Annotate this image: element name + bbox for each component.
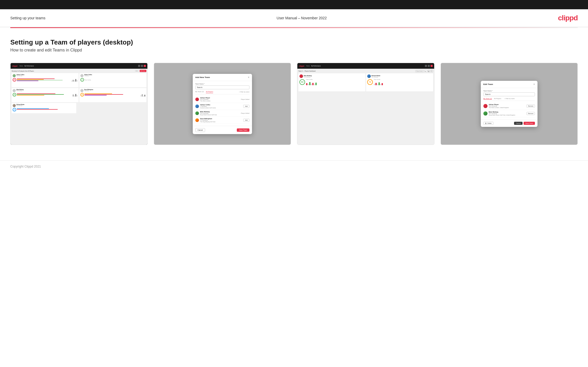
ss4-close-icon[interactable]: × (533, 83, 535, 86)
ss2-team-name-label: Team Name * (195, 83, 249, 85)
ss3-nav-home: Home (306, 65, 310, 67)
ss2-p-club-4: 5.5 HandicapThe Dog Maying Golf Club (200, 119, 243, 123)
ss2-add-btn-4[interactable]: Add (243, 119, 249, 122)
edit-team-modal: Edit Team × Team Name * Team A My Team (… (481, 81, 537, 127)
ss3-nav: Home My Performance (306, 65, 321, 67)
ss2-player-item-3: Blair McHarg Plus HandicapRoyal North De… (195, 110, 249, 117)
ss2-player-item-2: Adrian Coliba 1 HandicapCentral London G… (195, 103, 249, 110)
ss4-modal-title: Edit Team (483, 83, 493, 85)
ss1-player-card-1: Adrian Collins Plus Handicap 84 (12, 73, 79, 87)
card-1: clippd Home My Performance Showing 6 of … (10, 63, 148, 145)
header: Setting up your teams User Manual – Nove… (0, 9, 588, 27)
header-left-text: Setting up your teams (10, 16, 45, 20)
page-title: Setting up a Team of players (desktop) (10, 38, 578, 46)
footer-copyright: Copyright Clippd 2021 (10, 165, 41, 168)
ss1-player-card-2: Adrian Collins 1 Handicap 0 Player Quali… (79, 73, 146, 87)
card-3-screenshot: clippd Home My Performance Team A — Play… (297, 63, 434, 145)
card-2-text: 2) Type the name of this Team and then s… (154, 145, 291, 145)
ss3-grid-icon[interactable]: ⊞ (427, 70, 430, 72)
header-center-text: User Manual – November 2022 (277, 16, 327, 20)
ss1-nav: Home My Performance (20, 65, 34, 67)
ss2-cancel-button[interactable]: Cancel (195, 128, 205, 132)
ss2-avatar-3 (195, 111, 199, 115)
ss1-player-card-3: Blair McHarg Plus Handicap 94 (12, 88, 79, 102)
ss4-avatar-2 (483, 111, 488, 116)
ss3-player-card-2: Richard Butler Plus Handicap 72 Player Q… (366, 73, 433, 91)
ss1-title: Showing 6 of 8 players from All Players (12, 70, 34, 72)
ss2-modal-footer: Cancel Save Team (193, 126, 252, 134)
trash-icon: 🗑 (485, 123, 487, 124)
ss2-player-list: Adrian Player Plus HandicapThe Shire Lon… (195, 96, 249, 124)
ss2-team-name-input[interactable]: Team A (195, 85, 249, 89)
ss3-title: Team A — Players Dashboard (298, 70, 316, 72)
ss3-player-details: Player Details (415, 70, 424, 72)
ss4-cancel-button[interactable]: Cancel (514, 122, 523, 125)
ss2-player-item-4: Dave Billingham 5.5 HandicapThe Dog Mayi… (195, 117, 249, 124)
ss4-tab-all-players[interactable]: All Players (494, 98, 501, 100)
footer: Copyright Clippd 2021 (0, 160, 588, 172)
ss4-remove-btn-2[interactable]: Remove (526, 112, 535, 115)
ss4-save-team-button[interactable]: Save Team (524, 122, 535, 125)
ss3-logo: clippd (299, 65, 304, 67)
top-bar (0, 0, 588, 9)
ss4-avatar-1 (483, 104, 488, 108)
ss2-avatar-1 (195, 98, 199, 101)
cards-grid: clippd Home My Performance Showing 6 of … (10, 63, 578, 145)
ss2-modal-title: Add New Team (195, 76, 210, 78)
ss2-p-status-3: Player Added (241, 112, 249, 114)
ss4-player-item-1: Adrian Player Plus Handicap The Shire Lo… (483, 102, 535, 110)
ss2-tab-all-players[interactable]: All Players (206, 91, 213, 93)
ss2-avatar-4 (195, 118, 199, 122)
ss2-p-club-1: Plus HandicapThe Shire London (200, 99, 240, 102)
ss2-p-status-1: Player Added (241, 99, 249, 100)
ss4-team-name-input[interactable]: Team A (483, 92, 535, 96)
ss4-remove-btn-1[interactable]: Remove (526, 104, 535, 108)
ss2-filter-by-name[interactable]: □ Filter by name (239, 91, 249, 93)
logo: clippd (558, 14, 578, 22)
ss4-tabs: My Team (2) All Players □ Filter by name (483, 98, 535, 101)
ss3-nav-perf: My Performance (311, 65, 321, 67)
ss4-filter-name[interactable]: □ Filter by name (504, 98, 515, 100)
ss1-nav-home: Home (20, 65, 23, 67)
ss2-p-club-3: Plus HandicapRoyal North Devon Golf Club (200, 112, 240, 116)
ss1-player-card-4: Dave Billingham 5 Handicap 78 (79, 88, 146, 102)
ss2-p-club-2: 1 HandicapCentral London Golf Centre (200, 106, 243, 109)
ss2-close-icon[interactable]: × (248, 76, 249, 79)
ss2-add-btn-2[interactable]: Add (243, 105, 249, 108)
ss1-logo: clippd (12, 65, 18, 67)
ss2-player-item-1: Adrian Player Plus HandicapThe Shire Lon… (195, 96, 249, 103)
card-3: clippd Home My Performance Team A — Play… (297, 63, 434, 145)
card-2: Add New Team × Team Name * Team A My Tea… (154, 63, 291, 145)
add-team-modal: Add New Team × Team Name * Team A My Tea… (193, 74, 252, 134)
ss4-team-name-label: Team Name * (483, 90, 535, 92)
card-2-screenshot: Add New Team × Team Name * Team A My Tea… (154, 63, 291, 145)
page-subtitle: How to create and edit Teams in Clippd (10, 48, 578, 53)
ss4-p-detail-2b: Royal North Devon Golf Club, United King… (489, 114, 527, 116)
card-4-text: 4) When editing your Team, you can chang… (441, 145, 578, 145)
ss2-save-team-button[interactable]: Save Team (237, 128, 249, 132)
ss4-tab-my-team[interactable]: My Team (2) (483, 98, 492, 100)
ss1-nav-teams: My Performance (24, 65, 34, 67)
card-4: Edit Team × Team Name * Team A My Team (… (441, 63, 578, 145)
ss2-avatar-2 (195, 104, 199, 108)
ss4-player-item-2: Blair McHarg Plus Handicap Royal North D… (483, 110, 535, 117)
card-1-screenshot: clippd Home My Performance Showing 6 of … (11, 63, 147, 145)
ss2-tab-my-team[interactable]: My Team (2) (195, 91, 204, 93)
ss4-delete-button[interactable]: 🗑 Delete (483, 122, 493, 125)
card-3-text: 3) This Team will then be created. You c… (297, 145, 434, 145)
ss3-pencil-icon[interactable]: ✏ (424, 70, 427, 72)
ss1-add-team-btn: Add Team (140, 70, 146, 72)
ss4-modal-footer: 🗑 Delete Cancel Save Team (481, 119, 537, 127)
ss3-player-card-1: Blair McHarg Plus Handicap 94 Player Qua… (298, 73, 365, 91)
card-4-screenshot: Edit Team × Team Name * Team A My Team (… (441, 63, 578, 145)
ss3-list-icon[interactable]: ≡ (431, 70, 433, 72)
ss2-tabs: My Team (2) All Players □ Filter by name (195, 91, 249, 94)
main-content: Setting up a Team of players (desktop) H… (0, 28, 588, 160)
ss1-player-card-5: Richard Butler Plus Handicap 72 (12, 103, 76, 113)
card-1-text: 1) Click on 'Teams' at the top of the sc… (11, 145, 147, 145)
ss4-p-detail-1b: The Shire London, United Kingdom (489, 107, 527, 108)
